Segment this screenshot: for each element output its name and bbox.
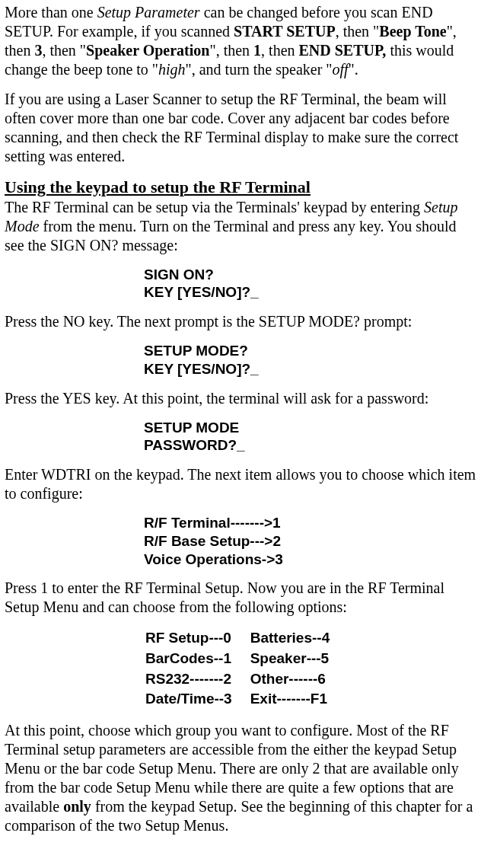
menu-cell: BarCodes--1 (145, 649, 249, 669)
text-bold: 3 (34, 42, 42, 59)
section-heading: Using the keypad to setup the RF Termina… (5, 177, 476, 198)
text: ", and turn the speaker " (186, 61, 333, 78)
table-row: Date/Time--3 Exit-------F1 (145, 690, 346, 709)
paragraph-1: More than one Setup Parameter can be cha… (5, 3, 476, 79)
text: More than one (5, 4, 97, 21)
text: , then (261, 42, 298, 59)
terminal-display-setupmode: SETUP MODE? KEY [YES/NO]?_ (144, 342, 476, 378)
text-bold: only (63, 798, 91, 815)
text-bold: END SETUP, (299, 42, 387, 59)
text-italic: off (332, 61, 348, 78)
table-row: RS232-------2 Other------6 (145, 670, 346, 689)
terminal-display-password: SETUP MODE PASSWORD?_ (144, 419, 476, 455)
menu-cell: RS232-------2 (145, 670, 249, 689)
text: ", then (209, 42, 253, 59)
text-bold: Beep Tone (379, 23, 446, 40)
paragraph-8: At this point, choose which group you wa… (5, 721, 476, 835)
text: ". (349, 61, 358, 78)
text-italic: Setup Parameter (97, 4, 200, 21)
paragraph-6: Enter WDTRI on the keypad. The next item… (5, 465, 476, 503)
text: , then " (336, 23, 380, 40)
menu-cell: Other------6 (250, 670, 347, 689)
menu-cell: Exit-------F1 (250, 690, 347, 709)
paragraph-5: Press the YES key. At this point, the te… (5, 389, 476, 408)
menu-cell: Speaker---5 (250, 649, 347, 669)
text: The RF Terminal can be setup via the Ter… (5, 199, 424, 215)
text: from the menu. Turn on the Terminal and … (5, 218, 457, 254)
text-italic: high (158, 61, 186, 78)
table-row: BarCodes--1 Speaker---5 (145, 649, 346, 669)
table-row: RF Setup---0 Batteries--4 (145, 629, 346, 648)
text: , then " (42, 42, 86, 59)
terminal-display-signon: SIGN ON? KEY [YES/NO]?_ (144, 266, 476, 302)
paragraph-3: The RF Terminal can be setup via the Ter… (5, 198, 476, 255)
text-bold: 1 (253, 42, 261, 59)
paragraph-4: Press the NO key. The next prompt is the… (5, 312, 476, 331)
terminal-display-config: R/F Terminal------->1 R/F Base Setup--->… (144, 514, 476, 568)
text-bold: Speaker Operation (86, 42, 209, 59)
setup-menu-table: RF Setup---0 Batteries--4 BarCodes--1 Sp… (144, 627, 348, 710)
paragraph-7: Press 1 to enter the RF Terminal Setup. … (5, 579, 476, 617)
menu-cell: Batteries--4 (250, 629, 347, 648)
text-bold: START SETUP (234, 23, 336, 40)
menu-cell: Date/Time--3 (145, 690, 249, 709)
paragraph-2: If you are using a Laser Scanner to setu… (5, 90, 476, 166)
menu-cell: RF Setup---0 (145, 629, 249, 648)
